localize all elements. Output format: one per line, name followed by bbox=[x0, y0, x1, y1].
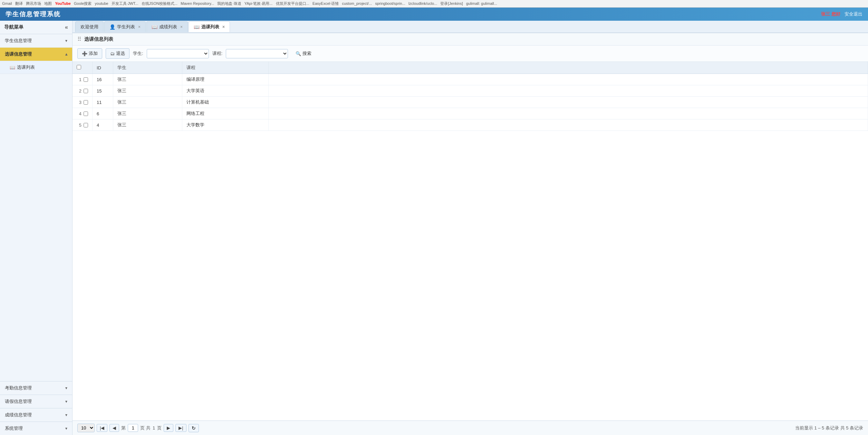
first-page-button[interactable]: |◀ bbox=[97, 424, 107, 432]
cell-extra bbox=[269, 119, 868, 131]
student-filter-label: 学生: bbox=[133, 50, 143, 57]
sidebar-item-label: 考勤信息管理 bbox=[5, 385, 32, 391]
tab-label: 学生列表 bbox=[117, 24, 135, 30]
sidebar-item-student-mgmt[interactable]: 学生信息管理 ▾ bbox=[0, 34, 72, 48]
table-row: 5 4 张三 大学数学 bbox=[73, 119, 868, 131]
table-row: 3 11 张三 计算机基础 bbox=[73, 97, 868, 108]
logout-button[interactable]: 安全退出 bbox=[845, 11, 862, 17]
add-button[interactable]: ➕ 添加 bbox=[77, 48, 102, 59]
cell-student: 张三 bbox=[113, 97, 182, 108]
student-filter-select[interactable] bbox=[147, 49, 209, 58]
course-filter-select[interactable] bbox=[226, 49, 288, 58]
course-filter-label: 课程: bbox=[212, 50, 223, 57]
panel-title: 选课信息列表 bbox=[84, 36, 113, 42]
add-icon: ➕ bbox=[82, 51, 87, 56]
row-checkbox[interactable] bbox=[84, 100, 88, 105]
table-row: 2 15 张三 大学英语 bbox=[73, 85, 868, 97]
book-icon: 📖 bbox=[10, 65, 15, 70]
cell-id: 15 bbox=[93, 85, 113, 97]
select-all-checkbox[interactable] bbox=[77, 65, 81, 69]
sidebar-item-label: 系统管理 bbox=[5, 425, 23, 432]
next-page-button[interactable]: ▶ bbox=[164, 424, 173, 432]
col-header-extra bbox=[269, 62, 868, 74]
chevron-up-icon: ▴ bbox=[65, 52, 67, 57]
chevron-down-icon: ▾ bbox=[65, 399, 67, 404]
row-checkbox[interactable] bbox=[84, 123, 88, 127]
cell-extra bbox=[269, 97, 868, 108]
content-panel: ⠿ 选课信息列表 ➕ 添加 🗂 退选 学生: 课程: bbox=[73, 33, 868, 420]
cell-id: 6 bbox=[93, 108, 113, 119]
sidebar-collapse-icon[interactable]: « bbox=[65, 24, 68, 30]
tab-welcome[interactable]: 欢迎使用 bbox=[75, 21, 104, 32]
row-checkbox[interactable] bbox=[84, 77, 88, 82]
panel-header: ⠿ 选课信息列表 bbox=[73, 33, 868, 46]
drop-button[interactable]: 🗂 退选 bbox=[106, 48, 129, 59]
drag-handle-icon: ⠿ bbox=[77, 36, 81, 42]
cell-course: 大学英语 bbox=[182, 85, 269, 97]
cell-course: 网络工程 bbox=[182, 108, 269, 119]
tab-grade-list[interactable]: 📖 成绩列表 × bbox=[146, 21, 188, 32]
sidebar-item-leave-mgmt[interactable]: 请假信息管理 ▾ bbox=[0, 395, 72, 408]
app-header: 学生信息管理系统 张三 您好 安全退出 bbox=[0, 8, 868, 21]
sidebar-item-grade-mgmt[interactable]: 成绩信息管理 ▾ bbox=[0, 408, 72, 422]
sidebar-item-label: 请假信息管理 bbox=[5, 398, 32, 405]
col-header-student: 学生 bbox=[113, 62, 182, 74]
browser-bar: Gmail 翻译 腾讯市场 地图 YouTube Goole搜索 youtube… bbox=[0, 0, 868, 8]
page-size-select[interactable]: 10 20 50 bbox=[77, 424, 95, 432]
cell-id: 4 bbox=[93, 119, 113, 131]
sidebar-title: 导航菜单 bbox=[4, 24, 23, 30]
chevron-down-icon: ▾ bbox=[65, 386, 67, 390]
person-icon: 👤 bbox=[109, 24, 115, 30]
tab-course-list[interactable]: 📖 选课列表 × bbox=[189, 21, 230, 32]
cell-course: 大学数学 bbox=[182, 119, 269, 131]
sidebar: 导航菜单 « 学生信息管理 ▾ 选课信息管理 ▴ 📖 选课列表 考勤信息管理 ▾… bbox=[0, 21, 73, 435]
select-all-col bbox=[73, 62, 93, 74]
cell-id: 11 bbox=[93, 97, 113, 108]
user-info: 张三 您好 安全退出 bbox=[821, 11, 862, 17]
youtube-tab[interactable]: YouTube bbox=[55, 1, 70, 6]
sidebar-item-course-selection-mgmt[interactable]: 选课信息管理 ▴ bbox=[0, 48, 72, 61]
close-icon[interactable]: × bbox=[180, 25, 183, 29]
search-icon: 🔍 bbox=[296, 51, 301, 56]
cell-student: 张三 bbox=[113, 119, 182, 131]
page-label-suffix: 页 bbox=[157, 425, 162, 431]
sidebar-sub-item-label: 选课列表 bbox=[17, 64, 35, 70]
row-checkbox[interactable] bbox=[84, 112, 88, 116]
tab-student-list[interactable]: 👤 学生列表 × bbox=[104, 21, 146, 32]
status-text: 当前显示 1 – 5 条记录 共 5 条记录 bbox=[795, 425, 863, 431]
table-row: 1 16 张三 编译原理 bbox=[73, 74, 868, 85]
cell-id: 16 bbox=[93, 74, 113, 85]
sidebar-item-course-list-sub[interactable]: 📖 选课列表 bbox=[0, 61, 72, 74]
sidebar-item-label: 成绩信息管理 bbox=[5, 412, 32, 418]
search-label: 搜索 bbox=[302, 50, 311, 57]
book-icon: 📖 bbox=[194, 24, 200, 30]
cell-student: 张三 bbox=[113, 74, 182, 85]
close-icon[interactable]: × bbox=[138, 25, 141, 29]
current-page-input[interactable] bbox=[128, 424, 138, 432]
close-icon[interactable]: × bbox=[222, 25, 225, 29]
sidebar-item-label: 选课信息管理 bbox=[5, 51, 32, 57]
data-table: ID 学生 课程 1 16 张三 编译原理 bbox=[73, 62, 868, 131]
prev-page-button[interactable]: ◀ bbox=[109, 424, 119, 432]
drop-icon: 🗂 bbox=[110, 51, 115, 56]
book-icon: 📖 bbox=[152, 24, 157, 30]
col-header-course: 课程 bbox=[182, 62, 269, 74]
sidebar-item-system-mgmt[interactable]: 系统管理 ▾ bbox=[0, 422, 72, 435]
row-num: 2 bbox=[73, 85, 93, 97]
chevron-down-icon: ▾ bbox=[65, 426, 67, 431]
col-header-id: ID bbox=[93, 62, 113, 74]
row-checkbox[interactable] bbox=[84, 89, 88, 93]
total-pages: 1 bbox=[153, 425, 155, 431]
sidebar-item-attendance-mgmt[interactable]: 考勤信息管理 ▾ bbox=[0, 381, 72, 395]
row-num: 3 bbox=[73, 97, 93, 108]
page-label-mid: 页 共 bbox=[140, 425, 151, 431]
app-title: 学生信息管理系统 bbox=[6, 10, 61, 18]
row-num: 4 bbox=[73, 108, 93, 119]
last-page-button[interactable]: ▶| bbox=[175, 424, 186, 432]
pagination: 10 20 50 |◀ ◀ 第 页 共 1 页 ▶ ▶| ↻ bbox=[77, 424, 199, 432]
tab-label: 欢迎使用 bbox=[80, 24, 98, 30]
refresh-button[interactable]: ↻ bbox=[189, 424, 199, 432]
chevron-down-icon: ▾ bbox=[65, 38, 67, 43]
sidebar-header: 导航菜单 « bbox=[0, 21, 72, 34]
search-button[interactable]: 🔍 搜索 bbox=[291, 49, 316, 58]
